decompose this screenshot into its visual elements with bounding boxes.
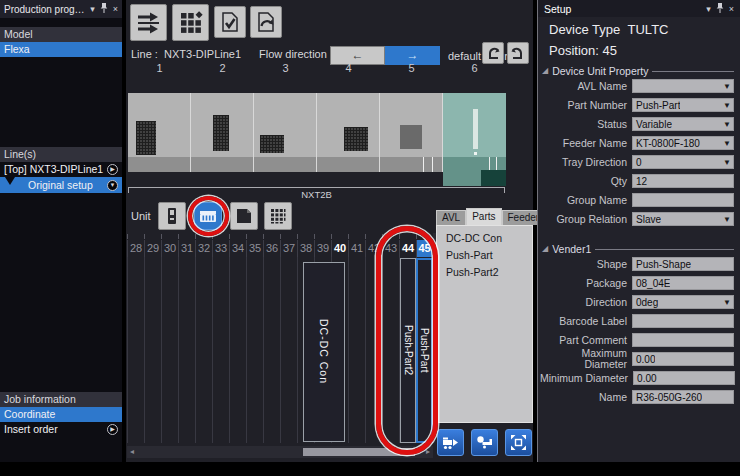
unit-tray-button[interactable] bbox=[230, 202, 258, 230]
module-5[interactable] bbox=[380, 93, 443, 172]
list-item[interactable]: Push-Part2 bbox=[437, 264, 532, 281]
slot-cell[interactable] bbox=[212, 257, 229, 443]
scroll-right-icon[interactable]: ▸ bbox=[423, 446, 433, 458]
grid-view-button[interactable] bbox=[172, 4, 209, 41]
scroll-left-icon[interactable]: ◂ bbox=[127, 446, 137, 458]
restore-default-left-button[interactable] bbox=[482, 42, 504, 64]
slot-number[interactable]: 32 bbox=[195, 240, 212, 257]
unit-tape-feeder-button[interactable] bbox=[158, 202, 186, 230]
module-4[interactable] bbox=[317, 93, 380, 172]
field-control[interactable]: 08_04E bbox=[632, 276, 734, 290]
device-block-push-part2[interactable]: Push-Part2 bbox=[400, 258, 416, 443]
slot-cell[interactable] bbox=[365, 257, 382, 443]
slot-cell[interactable] bbox=[280, 257, 297, 443]
list-item[interactable]: Push-Part bbox=[437, 247, 532, 264]
slot-number[interactable]: 45 bbox=[416, 240, 433, 257]
unit-matrix-tray-button[interactable] bbox=[264, 202, 292, 230]
pin-icon[interactable] bbox=[716, 3, 724, 15]
device-block-push-part-selected[interactable]: Push-Part bbox=[416, 258, 433, 443]
close-icon[interactable]: × bbox=[113, 4, 118, 14]
sidebar-item-flexa[interactable]: Flexa bbox=[0, 42, 122, 57]
module-2[interactable] bbox=[191, 93, 254, 172]
field-control[interactable] bbox=[632, 333, 734, 347]
transfer-document-button[interactable] bbox=[250, 6, 282, 38]
module-1[interactable] bbox=[128, 93, 191, 172]
verify-document-button[interactable] bbox=[214, 6, 246, 38]
field-control[interactable]: R36-050G-260 bbox=[632, 390, 734, 404]
dropdown-arrow-icon[interactable]: ▼ bbox=[723, 99, 731, 112]
slot-number[interactable]: 40 bbox=[331, 240, 348, 257]
tab[interactable]: Parts bbox=[466, 208, 501, 225]
slot-number[interactable]: 30 bbox=[161, 240, 178, 257]
slot-number[interactable]: 33 bbox=[212, 240, 229, 257]
feeder-cart-button[interactable] bbox=[437, 429, 464, 456]
slot-number[interactable]: 31 bbox=[178, 240, 195, 257]
module-3[interactable] bbox=[254, 93, 317, 172]
device-block-dcdc-con[interactable]: DC-DC Con bbox=[303, 262, 345, 442]
dropdown-arrow-icon[interactable]: ▼ bbox=[723, 296, 731, 309]
close-icon[interactable]: × bbox=[729, 4, 734, 14]
dropdown-arrow-icon[interactable]: ▾ bbox=[706, 4, 711, 14]
field-control[interactable]: Slave ▼ bbox=[632, 212, 734, 226]
slot-number[interactable]: 34 bbox=[229, 240, 246, 257]
slot-number[interactable]: 28 bbox=[127, 240, 144, 257]
sidebar-item-line[interactable]: [Top] NXT3-DIPLine1 ▶ bbox=[0, 162, 122, 177]
field-control[interactable]: Variable ▼ bbox=[632, 117, 734, 131]
horizontal-scrollbar[interactable]: ◂ ▸ bbox=[127, 446, 433, 458]
flow-arrows-button[interactable] bbox=[130, 4, 167, 41]
field-control[interactable]: 12 bbox=[632, 174, 734, 188]
dropdown-arrow-icon[interactable]: ▼ bbox=[723, 118, 731, 131]
pin-icon[interactable] bbox=[100, 3, 108, 15]
sidebar-item-insert-order[interactable]: Insert order ▶ bbox=[0, 422, 122, 437]
slot-cell[interactable] bbox=[195, 257, 212, 443]
list-item[interactable]: DC-DC Con bbox=[437, 230, 532, 247]
device-unit-property-header[interactable]: ◢ Device Unit Property bbox=[542, 65, 734, 77]
slot-cell[interactable] bbox=[382, 257, 399, 443]
dropdown-arrow-icon[interactable]: ▼ bbox=[723, 213, 731, 226]
collapse-down-icon[interactable]: ▼ bbox=[107, 180, 118, 191]
field-control[interactable]: ▼ bbox=[632, 79, 734, 93]
slot-number[interactable]: 41 bbox=[348, 240, 365, 257]
module-6-selected[interactable] bbox=[443, 93, 506, 186]
vender1-header[interactable]: ◢ Vender1 bbox=[542, 243, 734, 255]
slot-number[interactable]: 29 bbox=[144, 240, 161, 257]
slot-cell[interactable] bbox=[178, 257, 195, 443]
fit-view-button[interactable] bbox=[505, 429, 532, 456]
unit-stick-feeder-button[interactable] bbox=[194, 202, 222, 230]
slot-cell[interactable] bbox=[246, 257, 263, 443]
sidebar-item-original-setup[interactable]: Original setup ▼ bbox=[0, 177, 122, 193]
slot-cell[interactable] bbox=[127, 257, 144, 443]
dropdown-arrow-icon[interactable]: ▼ bbox=[723, 137, 731, 150]
slot-number[interactable]: 36 bbox=[263, 240, 280, 257]
dropdown-arrow-icon[interactable]: ▼ bbox=[723, 80, 731, 93]
sidebar-item-coordinate[interactable]: Coordinate bbox=[0, 407, 122, 422]
exchange-cart-button[interactable] bbox=[471, 429, 498, 456]
group-collapse-icon[interactable]: ◢ bbox=[542, 66, 548, 76]
field-control[interactable]: Push-Shape bbox=[632, 257, 734, 271]
slot-cell[interactable] bbox=[144, 257, 161, 443]
field-control[interactable]: Push-Part ▼ bbox=[632, 98, 734, 112]
expand-play-icon[interactable]: ▶ bbox=[107, 424, 118, 435]
dropdown-arrow-icon[interactable]: ▼ bbox=[723, 156, 731, 169]
slot-number[interactable]: 39 bbox=[314, 240, 331, 257]
field-control[interactable]: 0 ▼ bbox=[632, 155, 734, 169]
field-control[interactable]: KT-0800F-180 ▼ bbox=[632, 136, 734, 150]
slot-cell[interactable] bbox=[161, 257, 178, 443]
slot-number[interactable]: 42 bbox=[365, 240, 382, 257]
slot-number[interactable]: 38 bbox=[297, 240, 314, 257]
group-collapse-icon[interactable]: ◢ bbox=[542, 244, 548, 254]
field-control[interactable] bbox=[632, 314, 734, 328]
expand-play-icon[interactable]: ▶ bbox=[107, 164, 118, 175]
field-control[interactable]: 0.00 bbox=[633, 371, 735, 385]
slot-cell[interactable] bbox=[348, 257, 365, 443]
slot-number[interactable]: 37 bbox=[280, 240, 297, 257]
field-control[interactable]: 0.00 bbox=[632, 352, 734, 366]
field-control[interactable] bbox=[632, 193, 734, 207]
slot-cell[interactable] bbox=[229, 257, 246, 443]
slot-number[interactable]: 43 bbox=[382, 240, 399, 257]
slot-cell[interactable] bbox=[263, 257, 280, 443]
field-control[interactable]: 0deg ▼ bbox=[632, 295, 734, 309]
restore-default-right-button[interactable] bbox=[507, 42, 529, 64]
slot-number[interactable]: 35 bbox=[246, 240, 263, 257]
dropdown-arrow-icon[interactable]: ▾ bbox=[90, 4, 95, 14]
